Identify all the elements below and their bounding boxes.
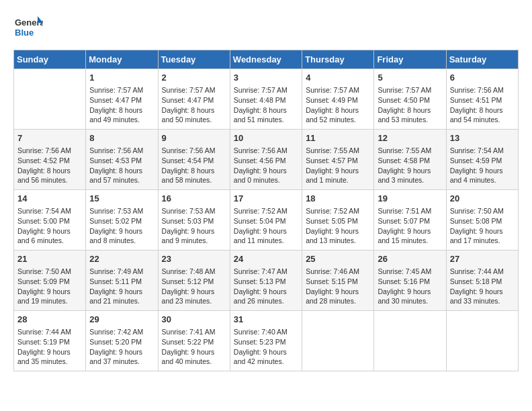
calendar-cell: 17Sunrise: 7:52 AM Sunset: 5:04 PM Dayli… (230, 190, 302, 250)
day-info: Sunrise: 7:49 AM Sunset: 5:11 PM Dayligh… (89, 267, 154, 306)
calendar-cell: 28Sunrise: 7:44 AM Sunset: 5:19 PM Dayli… (14, 311, 86, 371)
calendar-cell: 14Sunrise: 7:54 AM Sunset: 5:00 PM Dayli… (14, 190, 86, 250)
day-number: 13 (450, 132, 515, 144)
day-number: 6 (450, 72, 515, 84)
day-info: Sunrise: 7:55 AM Sunset: 4:57 PM Dayligh… (306, 146, 370, 185)
day-info: Sunrise: 7:52 AM Sunset: 5:04 PM Dayligh… (234, 206, 298, 246)
calendar-cell (14, 69, 86, 130)
day-number: 24 (234, 253, 298, 265)
day-number: 18 (306, 193, 370, 205)
calendar-cell: 22Sunrise: 7:49 AM Sunset: 5:11 PM Dayli… (86, 250, 158, 311)
calendar-week-row: 14Sunrise: 7:54 AM Sunset: 5:00 PM Dayli… (14, 190, 519, 250)
day-number: 21 (17, 253, 82, 265)
day-number: 26 (378, 253, 442, 265)
calendar-cell: 29Sunrise: 7:42 AM Sunset: 5:20 PM Dayli… (86, 311, 158, 371)
calendar-cell: 25Sunrise: 7:46 AM Sunset: 5:15 PM Dayli… (302, 250, 374, 311)
calendar-cell: 23Sunrise: 7:48 AM Sunset: 5:12 PM Dayli… (158, 250, 230, 311)
day-number: 30 (162, 314, 226, 326)
calendar-cell: 7Sunrise: 7:56 AM Sunset: 4:52 PM Daylig… (14, 130, 86, 190)
day-number: 27 (450, 253, 515, 265)
day-info: Sunrise: 7:57 AM Sunset: 4:49 PM Dayligh… (306, 85, 370, 125)
day-info: Sunrise: 7:57 AM Sunset: 4:48 PM Dayligh… (234, 85, 298, 125)
day-number: 1 (89, 72, 154, 84)
page-header: General Blue (13, 13, 519, 43)
calendar-cell (374, 311, 446, 371)
day-info: Sunrise: 7:50 AM Sunset: 5:09 PM Dayligh… (17, 267, 82, 306)
day-info: Sunrise: 7:56 AM Sunset: 4:53 PM Dayligh… (89, 146, 154, 185)
calendar-cell: 10Sunrise: 7:56 AM Sunset: 4:56 PM Dayli… (230, 130, 302, 190)
day-number: 4 (306, 72, 370, 84)
calendar-cell: 3Sunrise: 7:57 AM Sunset: 4:48 PM Daylig… (230, 69, 302, 130)
header-tuesday: Tuesday (158, 50, 230, 69)
day-number: 8 (89, 132, 154, 144)
calendar-week-row: 1Sunrise: 7:57 AM Sunset: 4:47 PM Daylig… (14, 69, 519, 130)
day-info: Sunrise: 7:53 AM Sunset: 5:03 PM Dayligh… (162, 206, 226, 246)
day-number: 3 (234, 72, 298, 84)
day-info: Sunrise: 7:47 AM Sunset: 5:13 PM Dayligh… (234, 267, 298, 306)
day-info: Sunrise: 7:51 AM Sunset: 5:07 PM Dayligh… (378, 206, 442, 246)
header-monday: Monday (86, 50, 158, 69)
day-number: 29 (89, 314, 154, 326)
day-info: Sunrise: 7:41 AM Sunset: 5:22 PM Dayligh… (162, 327, 226, 367)
calendar-cell (446, 311, 518, 371)
day-number: 2 (162, 72, 226, 84)
day-info: Sunrise: 7:53 AM Sunset: 5:02 PM Dayligh… (89, 206, 154, 246)
day-info: Sunrise: 7:56 AM Sunset: 4:51 PM Dayligh… (450, 85, 515, 125)
day-info: Sunrise: 7:57 AM Sunset: 4:47 PM Dayligh… (162, 85, 226, 125)
day-info: Sunrise: 7:54 AM Sunset: 4:59 PM Dayligh… (450, 146, 515, 185)
day-number: 16 (162, 193, 226, 205)
logo-icon: General Blue (13, 13, 43, 43)
calendar-cell: 26Sunrise: 7:45 AM Sunset: 5:16 PM Dayli… (374, 250, 446, 311)
day-number: 25 (306, 253, 370, 265)
day-info: Sunrise: 7:40 AM Sunset: 5:23 PM Dayligh… (234, 327, 298, 367)
calendar-cell: 18Sunrise: 7:52 AM Sunset: 5:05 PM Dayli… (302, 190, 374, 250)
day-number: 5 (378, 72, 442, 84)
day-info: Sunrise: 7:45 AM Sunset: 5:16 PM Dayligh… (378, 267, 442, 306)
day-number: 28 (17, 314, 82, 326)
day-info: Sunrise: 7:50 AM Sunset: 5:08 PM Dayligh… (450, 206, 515, 246)
calendar-cell: 24Sunrise: 7:47 AM Sunset: 5:13 PM Dayli… (230, 250, 302, 311)
logo: General Blue (13, 13, 43, 43)
day-number: 9 (162, 132, 226, 144)
day-info: Sunrise: 7:48 AM Sunset: 5:12 PM Dayligh… (162, 267, 226, 306)
header-thursday: Thursday (302, 50, 374, 69)
day-number: 10 (234, 132, 298, 144)
day-info: Sunrise: 7:56 AM Sunset: 4:54 PM Dayligh… (162, 146, 226, 185)
calendar-cell: 1Sunrise: 7:57 AM Sunset: 4:47 PM Daylig… (86, 69, 158, 130)
calendar-cell: 27Sunrise: 7:44 AM Sunset: 5:18 PM Dayli… (446, 250, 518, 311)
day-info: Sunrise: 7:56 AM Sunset: 4:52 PM Dayligh… (17, 146, 82, 185)
calendar-cell: 31Sunrise: 7:40 AM Sunset: 5:23 PM Dayli… (230, 311, 302, 371)
day-info: Sunrise: 7:57 AM Sunset: 4:47 PM Dayligh… (89, 85, 154, 125)
day-info: Sunrise: 7:52 AM Sunset: 5:05 PM Dayligh… (306, 206, 370, 246)
day-number: 11 (306, 132, 370, 144)
day-info: Sunrise: 7:42 AM Sunset: 5:20 PM Dayligh… (89, 327, 154, 367)
day-info: Sunrise: 7:57 AM Sunset: 4:50 PM Dayligh… (378, 85, 442, 125)
calendar-cell: 16Sunrise: 7:53 AM Sunset: 5:03 PM Dayli… (158, 190, 230, 250)
day-info: Sunrise: 7:44 AM Sunset: 5:18 PM Dayligh… (450, 267, 515, 306)
header-friday: Friday (374, 50, 446, 69)
day-info: Sunrise: 7:56 AM Sunset: 4:56 PM Dayligh… (234, 146, 298, 185)
day-info: Sunrise: 7:46 AM Sunset: 5:15 PM Dayligh… (306, 267, 370, 306)
day-number: 14 (17, 193, 82, 205)
day-info: Sunrise: 7:54 AM Sunset: 5:00 PM Dayligh… (17, 206, 82, 246)
calendar-cell: 13Sunrise: 7:54 AM Sunset: 4:59 PM Dayli… (446, 130, 518, 190)
day-info: Sunrise: 7:55 AM Sunset: 4:58 PM Dayligh… (378, 146, 442, 185)
day-number: 22 (89, 253, 154, 265)
calendar-cell: 21Sunrise: 7:50 AM Sunset: 5:09 PM Dayli… (14, 250, 86, 311)
day-number: 15 (89, 193, 154, 205)
calendar-cell: 6Sunrise: 7:56 AM Sunset: 4:51 PM Daylig… (446, 69, 518, 130)
day-number: 12 (378, 132, 442, 144)
calendar-cell: 19Sunrise: 7:51 AM Sunset: 5:07 PM Dayli… (374, 190, 446, 250)
calendar-cell: 20Sunrise: 7:50 AM Sunset: 5:08 PM Dayli… (446, 190, 518, 250)
calendar-cell: 8Sunrise: 7:56 AM Sunset: 4:53 PM Daylig… (86, 130, 158, 190)
calendar-cell: 11Sunrise: 7:55 AM Sunset: 4:57 PM Dayli… (302, 130, 374, 190)
day-number: 23 (162, 253, 226, 265)
calendar-cell: 12Sunrise: 7:55 AM Sunset: 4:58 PM Dayli… (374, 130, 446, 190)
header-sunday: Sunday (14, 50, 86, 69)
day-info: Sunrise: 7:44 AM Sunset: 5:19 PM Dayligh… (17, 327, 82, 367)
calendar-table: SundayMondayTuesdayWednesdayThursdayFrid… (13, 50, 519, 371)
calendar-header-row: SundayMondayTuesdayWednesdayThursdayFrid… (14, 50, 519, 69)
day-number: 17 (234, 193, 298, 205)
calendar-cell: 5Sunrise: 7:57 AM Sunset: 4:50 PM Daylig… (374, 69, 446, 130)
header-saturday: Saturday (446, 50, 518, 69)
